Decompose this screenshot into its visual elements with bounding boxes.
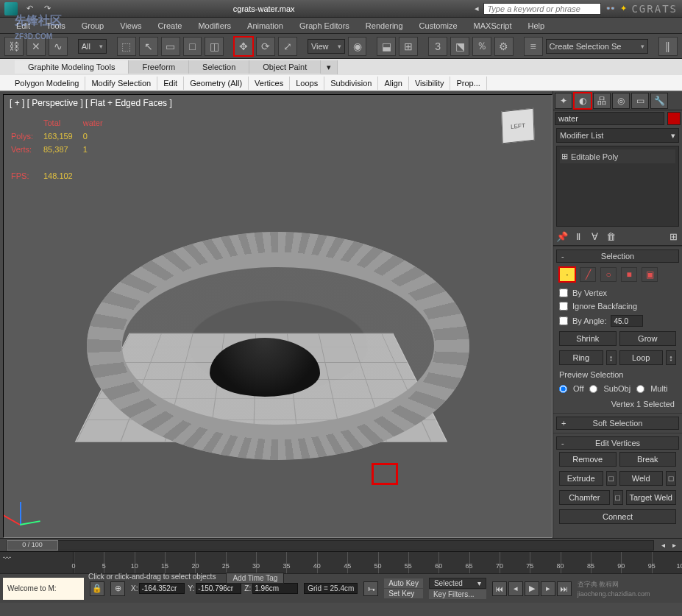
weld-button[interactable]: Weld: [619, 471, 664, 486]
edge-subobj-icon[interactable]: ╱: [580, 267, 596, 282]
move-tool-icon[interactable]: ✥: [234, 37, 253, 56]
create-tab-icon[interactable]: ✦: [555, 93, 572, 109]
select-rect-icon[interactable]: □: [183, 37, 202, 56]
element-subobj-icon[interactable]: ▣: [642, 267, 658, 282]
window-crossing-icon[interactable]: ◫: [205, 37, 224, 56]
target-weld-button[interactable]: Target Weld: [626, 490, 677, 505]
preview-off-radio[interactable]: [559, 385, 567, 393]
remove-button[interactable]: Remove: [559, 452, 617, 467]
app-icon[interactable]: [4, 2, 18, 15]
object-name-input[interactable]: [555, 112, 664, 125]
preview-multi-radio[interactable]: [636, 385, 644, 393]
menu-rendering[interactable]: Rendering: [358, 19, 411, 32]
comm-center-icon[interactable]: ✦: [620, 4, 627, 13]
scroll-right-icon[interactable]: ▸: [672, 541, 676, 549]
extrude-settings-icon[interactable]: □: [606, 471, 617, 486]
loop-spinner-icon[interactable]: ↕: [666, 350, 676, 365]
ribbon2-edit[interactable]: Edit: [157, 77, 184, 90]
ribbon2-subdivision[interactable]: Subdivision: [324, 77, 378, 90]
rotate-tool-icon[interactable]: ⟳: [256, 37, 275, 56]
selection-filter-dropdown[interactable]: All: [78, 39, 107, 54]
modifier-list-dropdown[interactable]: Modifier List: [556, 128, 679, 143]
menu-group[interactable]: Group: [74, 19, 112, 32]
ring-button[interactable]: Ring: [559, 350, 603, 365]
y-coord-input[interactable]: [196, 583, 241, 594]
modifier-stack[interactable]: ⊞ Editable Poly: [556, 146, 679, 227]
object-color-swatch[interactable]: [667, 112, 681, 125]
menu-tools[interactable]: Tools: [39, 19, 73, 32]
angle-snap-icon[interactable]: ⬔: [450, 37, 469, 56]
menu-views[interactable]: Views: [113, 19, 149, 32]
soft-selection-title[interactable]: +Soft Selection: [556, 417, 679, 430]
editnamed-icon[interactable]: ≡: [524, 37, 543, 56]
configure-sets-icon[interactable]: ⊞: [667, 230, 679, 243]
snap-icon[interactable]: 3: [428, 37, 447, 56]
menu-grapheditors[interactable]: Graph Editors: [292, 19, 357, 32]
menu-help[interactable]: Help: [521, 19, 553, 32]
loop-button[interactable]: Loop: [619, 350, 664, 365]
grow-button[interactable]: Grow: [619, 331, 677, 346]
link-icon[interactable]: ⛓: [4, 37, 24, 56]
edit-vertices-title[interactable]: -Edit Vertices: [556, 436, 679, 450]
pin-stack-icon[interactable]: 📌: [556, 230, 568, 243]
search-input[interactable]: [483, 3, 601, 15]
welcome-panel[interactable]: Welcome to M:: [3, 578, 84, 600]
by-angle-checkbox[interactable]: [559, 316, 568, 325]
binoculars-icon[interactable]: 👓: [605, 4, 616, 13]
ribbon2-align[interactable]: Align: [378, 77, 408, 90]
play-icon[interactable]: ▶: [525, 581, 539, 596]
selection-set-dropdown[interactable]: Create Selection Se: [546, 39, 648, 54]
ribbon2-geometry[interactable]: Geometry (All): [184, 77, 249, 90]
percent-snap-icon[interactable]: ％: [472, 37, 491, 56]
ribbon2-loops[interactable]: Loops: [290, 77, 324, 90]
manipulate-icon[interactable]: ⬓: [377, 37, 396, 56]
angle-spinner[interactable]: [611, 315, 643, 327]
modify-tab-icon[interactable]: ◐: [574, 93, 592, 109]
selection-rollout-title[interactable]: - Selection: [556, 249, 679, 263]
stack-item-editable-poly[interactable]: ⊞ Editable Poly: [560, 149, 675, 163]
redo-icon[interactable]: ↷: [41, 3, 53, 15]
ribbon2-vertices[interactable]: Vertices: [249, 77, 290, 90]
z-coord-input[interactable]: [252, 583, 298, 594]
goto-start-icon[interactable]: ⏮: [492, 581, 507, 596]
goto-end-icon[interactable]: ⏭: [557, 581, 572, 596]
ribbon2-modifysel[interactable]: Modify Selection: [85, 77, 157, 90]
mirror-icon[interactable]: ‖: [658, 37, 678, 56]
connect-button[interactable]: Connect: [559, 509, 676, 524]
time-slider-track[interactable]: 0 / 100: [6, 540, 654, 550]
menu-maxscript[interactable]: MAXScript: [466, 19, 519, 32]
scale-tool-icon[interactable]: ⤢: [278, 37, 297, 56]
menu-customize[interactable]: Customize: [412, 19, 465, 32]
refcoord-dropdown[interactable]: View: [308, 39, 345, 54]
hierarchy-tab-icon[interactable]: 品: [593, 93, 611, 109]
polygon-subobj-icon[interactable]: ■: [621, 267, 637, 282]
show-end-icon[interactable]: Ⅱ: [572, 230, 584, 243]
extrude-button[interactable]: Extrude: [559, 471, 603, 486]
setkey-button[interactable]: Set Key: [384, 589, 423, 598]
keymode-icon[interactable]: ⊞: [399, 37, 418, 56]
menu-animation[interactable]: Animation: [240, 19, 291, 32]
add-time-tag-button[interactable]: Add Time Tag: [226, 573, 284, 584]
motion-tab-icon[interactable]: ◎: [612, 93, 630, 109]
preview-subobj-radio[interactable]: [589, 385, 597, 393]
x-coord-input[interactable]: [139, 583, 185, 594]
menu-modifiers[interactable]: Modifiers: [191, 19, 238, 32]
display-tab-icon[interactable]: ▭: [631, 93, 649, 109]
ribbon-tab-graphite[interactable]: Graphite Modeling Tools: [15, 60, 129, 74]
ignore-backfacing-checkbox[interactable]: [559, 302, 568, 311]
remove-mod-icon[interactable]: 🗑: [605, 230, 617, 243]
unique-icon[interactable]: ∀: [589, 230, 600, 243]
prev-frame-icon[interactable]: ◂: [508, 581, 523, 596]
ribbon2-polymodel[interactable]: Polygon Modeling: [9, 77, 85, 90]
border-subobj-icon[interactable]: ○: [600, 267, 617, 282]
expand-icon[interactable]: ⊞: [561, 152, 568, 161]
ribbon-tab-selection[interactable]: Selection: [189, 60, 249, 74]
break-button[interactable]: Break: [619, 452, 677, 467]
viewport[interactable]: [ + ] [ Perspective ] [ Flat + Edged Fac…: [3, 94, 553, 538]
select-object-icon[interactable]: ⬚: [117, 37, 136, 56]
utilities-tab-icon[interactable]: 🔧: [650, 93, 668, 109]
chamfer-button[interactable]: Chamfer: [559, 490, 610, 505]
autokey-button[interactable]: Auto Key: [384, 578, 423, 588]
ribbon-tab-freeform[interactable]: Freeform: [129, 60, 189, 74]
keymode-dropdown[interactable]: Selected▾: [429, 578, 486, 589]
